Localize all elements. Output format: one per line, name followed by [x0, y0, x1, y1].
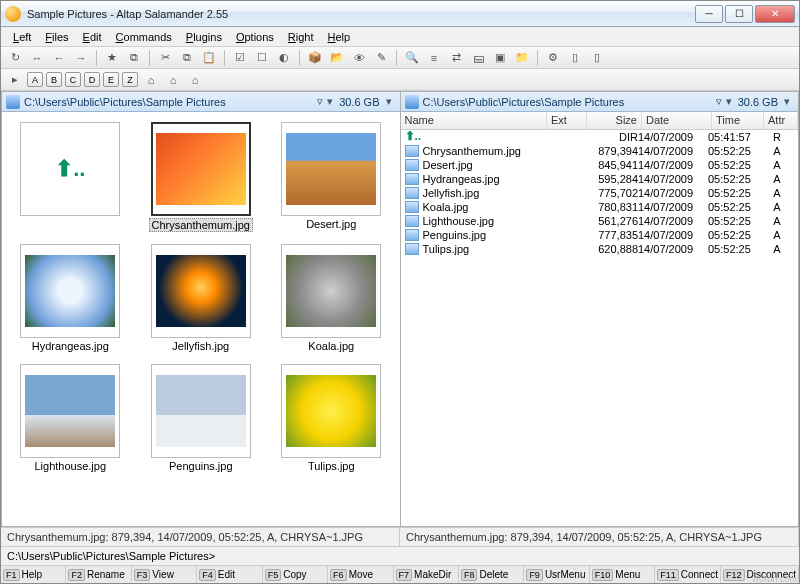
- tb-compare-icon[interactable]: ⇄: [446, 49, 466, 67]
- fn-move-button[interactable]: F6Move: [328, 566, 393, 583]
- thumb-penguins-jpg[interactable]: Penguins.jpg: [139, 360, 264, 476]
- file-size: 780,831: [583, 201, 638, 213]
- tb-view-icon[interactable]: 👁: [349, 49, 369, 67]
- tb-copy-icon[interactable]: ⧉: [177, 49, 197, 67]
- up-dir-row[interactable]: ⬆..DIR14/07/200905:41:57R: [401, 130, 799, 144]
- col-date[interactable]: Date: [642, 112, 712, 129]
- col-time[interactable]: Time: [712, 112, 764, 129]
- file-row[interactable]: Jellyfish.jpg775,70214/07/200905:52:25A: [401, 186, 799, 200]
- drive-d-button[interactable]: D: [84, 72, 100, 87]
- file-row[interactable]: Tulips.jpg620,88814/07/200905:52:25A: [401, 242, 799, 256]
- ftp-icon[interactable]: ⌂: [185, 71, 205, 89]
- command-line[interactable]: C:\Users\Public\Pictures\Sample Pictures…: [1, 546, 799, 565]
- tb-refresh-icon[interactable]: ↻: [5, 49, 25, 67]
- home-icon[interactable]: ⌂: [141, 71, 161, 89]
- menu-options[interactable]: Options: [230, 29, 280, 45]
- free-dropdown-icon[interactable]: ▾: [780, 95, 794, 108]
- menu-left[interactable]: Left: [7, 29, 37, 45]
- free-dropdown-icon[interactable]: ▾: [382, 95, 396, 108]
- drive-b-button[interactable]: B: [46, 72, 62, 87]
- tb-swap-icon[interactable]: ↔: [27, 49, 47, 67]
- right-panel-header[interactable]: C:\Users\Public\Pictures\Sample Pictures…: [401, 92, 799, 112]
- drive-e-button[interactable]: E: [103, 72, 119, 87]
- file-row[interactable]: Koala.jpg780,83114/07/200905:52:25A: [401, 200, 799, 214]
- fn-help-button[interactable]: F1Help: [1, 566, 66, 583]
- history-dropdown-icon[interactable]: ▾: [323, 95, 337, 108]
- col-ext[interactable]: Ext: [547, 112, 587, 129]
- thumb-koala-jpg[interactable]: Koala.jpg: [269, 240, 394, 356]
- fn-makedir-button[interactable]: F7MakeDir: [394, 566, 459, 583]
- drive-arrow-icon[interactable]: ▸: [5, 71, 25, 89]
- left-panel-body[interactable]: ⬆..Chrysanthemum.jpgDesert.jpgHydrangeas…: [2, 112, 400, 526]
- drive-z-button[interactable]: Z: [122, 72, 138, 87]
- function-key-bar: F1HelpF2RenameF3ViewF4EditF5CopyF6MoveF7…: [1, 565, 799, 583]
- menu-right[interactable]: Right: [282, 29, 320, 45]
- fn-connect-button[interactable]: F11Connect: [655, 566, 721, 583]
- maximize-button[interactable]: ☐: [725, 5, 753, 23]
- file-size: 595,284: [583, 173, 638, 185]
- fn-disconnect-button[interactable]: F12Disconnect: [721, 566, 799, 583]
- fn-menu-button[interactable]: F10Menu: [590, 566, 655, 583]
- file-size: 620,888: [583, 243, 638, 255]
- right-panel-body[interactable]: ⬆..DIR14/07/200905:41:57RChrysanthemum.j…: [401, 130, 799, 526]
- tb-invert-icon[interactable]: ◐: [274, 49, 294, 67]
- file-name: Lighthouse.jpg: [423, 215, 584, 227]
- fn-view-button[interactable]: F3View: [132, 566, 197, 583]
- menu-files[interactable]: Files: [39, 29, 74, 45]
- tb-pack-icon[interactable]: 📦: [305, 49, 325, 67]
- fn-edit-button[interactable]: F4Edit: [197, 566, 262, 583]
- tb-unselect-icon[interactable]: ☐: [252, 49, 272, 67]
- file-row[interactable]: Hydrangeas.jpg595,28414/07/200905:52:25A: [401, 172, 799, 186]
- tb-select-icon[interactable]: ☑: [230, 49, 250, 67]
- history-dropdown-icon[interactable]: ▾: [722, 95, 736, 108]
- menu-edit[interactable]: Edit: [77, 29, 108, 45]
- menu-commands[interactable]: Commands: [110, 29, 178, 45]
- tb-find-icon[interactable]: 🔍: [402, 49, 422, 67]
- menu-plugins[interactable]: Plugins: [180, 29, 228, 45]
- minimize-button[interactable]: ─: [695, 5, 723, 23]
- tb-filter-icon[interactable]: ≡: [424, 49, 444, 67]
- up-dir-thumb[interactable]: ⬆..: [8, 118, 133, 236]
- thumb-jellyfish-jpg[interactable]: Jellyfish.jpg: [139, 240, 264, 356]
- left-panel-header[interactable]: C:\Users\Public\Pictures\Sample Pictures…: [2, 92, 400, 112]
- thumb-label: Jellyfish.jpg: [172, 340, 229, 352]
- thumb-chrysanthemum-jpg[interactable]: Chrysanthemum.jpg: [139, 118, 264, 236]
- image-file-icon: [405, 173, 419, 185]
- tb-edit-icon[interactable]: ✎: [371, 49, 391, 67]
- net-icon[interactable]: ⌂: [163, 71, 183, 89]
- tb-cut-icon[interactable]: ✂: [155, 49, 175, 67]
- tb-drive-icon[interactable]: 🖴: [468, 49, 488, 67]
- file-row[interactable]: Penguins.jpg777,83514/07/200905:52:25A: [401, 228, 799, 242]
- tb-folder-icon[interactable]: 📁: [512, 49, 532, 67]
- thumb-desert-jpg[interactable]: Desert.jpg: [269, 118, 394, 236]
- file-row[interactable]: Lighthouse.jpg561,27614/07/200905:52:25A: [401, 214, 799, 228]
- file-row[interactable]: Chrysanthemum.jpg879,39414/07/200905:52:…: [401, 144, 799, 158]
- fn-delete-button[interactable]: F8Delete: [459, 566, 524, 583]
- tb-tree-icon[interactable]: ⧉: [124, 49, 144, 67]
- thumb-lighthouse-jpg[interactable]: Lighthouse.jpg: [8, 360, 133, 476]
- file-row[interactable]: Desert.jpg845,94114/07/200905:52:25A: [401, 158, 799, 172]
- column-headers[interactable]: Name Ext Size Date Time Attr: [401, 112, 799, 130]
- thumb-hydrangeas-jpg[interactable]: Hydrangeas.jpg: [8, 240, 133, 356]
- fn-usrmenu-button[interactable]: F9UsrMenu: [524, 566, 589, 583]
- menu-help[interactable]: Help: [322, 29, 357, 45]
- col-attr[interactable]: Attr: [764, 112, 798, 129]
- drive-a-button[interactable]: A: [27, 72, 43, 87]
- thumbnail-image: [156, 375, 246, 447]
- tb-settings-icon[interactable]: ⚙: [543, 49, 563, 67]
- drive-c-button[interactable]: C: [65, 72, 81, 87]
- tb-unpack-icon[interactable]: 📂: [327, 49, 347, 67]
- fn-copy-button[interactable]: F5Copy: [263, 566, 328, 583]
- tb-back-icon[interactable]: ←: [49, 49, 69, 67]
- tb-panel2-icon[interactable]: ▯: [587, 49, 607, 67]
- tb-panel1-icon[interactable]: ▯: [565, 49, 585, 67]
- tb-forward-icon[interactable]: →: [71, 49, 91, 67]
- tb-paste-icon[interactable]: 📋: [199, 49, 219, 67]
- fn-rename-button[interactable]: F2Rename: [66, 566, 131, 583]
- tb-favorites-icon[interactable]: ★: [102, 49, 122, 67]
- col-size[interactable]: Size: [587, 112, 642, 129]
- tb-terminal-icon[interactable]: ▣: [490, 49, 510, 67]
- close-button[interactable]: ✕: [755, 5, 795, 23]
- col-name[interactable]: Name: [401, 112, 548, 129]
- thumb-tulips-jpg[interactable]: Tulips.jpg: [269, 360, 394, 476]
